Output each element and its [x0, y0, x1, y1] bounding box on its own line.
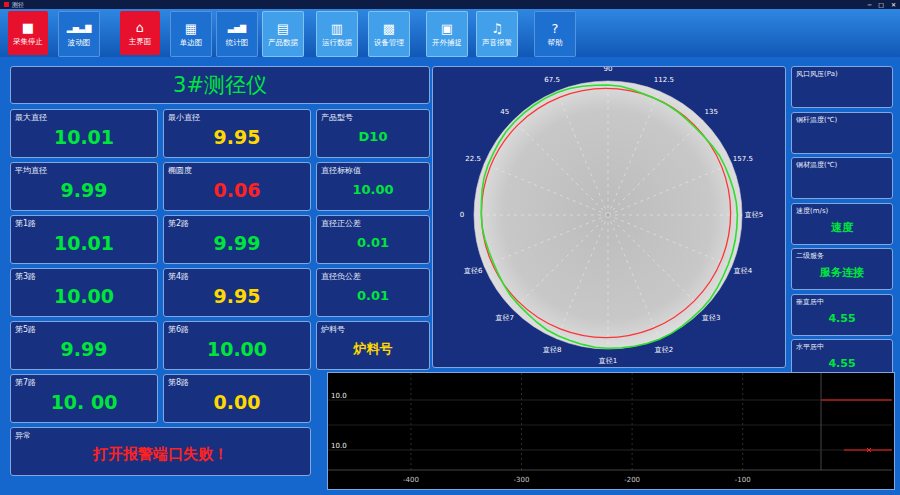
metric-label: 第8路: [168, 377, 189, 388]
waveform-icon: ▂▅▃▇: [67, 21, 92, 37]
x-tick-label: -200: [624, 476, 640, 484]
status-value: 4.55: [828, 312, 855, 325]
toolbar-button-help[interactable]: ?帮助: [534, 11, 576, 57]
alarm-label: 异常: [15, 430, 31, 441]
metric-value: 炉料号: [354, 340, 393, 358]
metric-label: 第4路: [168, 271, 189, 282]
metric-cell: 最小直径9.95: [163, 109, 311, 158]
toolbar-button-device-manage[interactable]: ▩设备管理: [368, 11, 410, 57]
y-axis-label: 10.0: [331, 392, 347, 400]
status-label: 铜杆温度(℃): [796, 115, 837, 125]
metric-value: 9.99: [61, 179, 108, 201]
toolbar-button-panes[interactable]: ▦单边图: [170, 11, 212, 57]
metric-value: 9.95: [214, 126, 261, 148]
y-axis-label: 10.0: [331, 442, 347, 450]
sound-alarm-icon: ♫: [491, 21, 503, 37]
metric-value: 10.01: [54, 232, 114, 254]
status-box: 垂直居中4.55: [791, 294, 893, 336]
status-label: 风口风压(Pa): [796, 69, 838, 79]
status-label: 水平居中: [796, 342, 824, 352]
toolbar: ■采集停止▂▅▃▇波动图⌂主界面▦单边图▃▅▇统计图▤产品数据▥运行数据▩设备管…: [0, 9, 900, 57]
metric-label: 最小直径: [168, 112, 200, 123]
polar-diameter-label: 直径3: [702, 314, 720, 322]
app-icon: [4, 2, 9, 7]
metric-cell: 第1路10.01: [10, 215, 158, 264]
minimize-button[interactable]: ─: [868, 0, 872, 9]
metric-label: 第1路: [15, 218, 36, 229]
metric-label: 直径标称值: [321, 165, 361, 176]
toolbar-button-label: 统计图: [226, 38, 249, 48]
maximize-button[interactable]: □: [878, 0, 884, 9]
metric-value: 10.00: [54, 285, 114, 307]
metric-value: 0.01: [357, 288, 389, 303]
toolbar-button-product-data[interactable]: ▤产品数据: [262, 11, 304, 57]
metric-cell: 平均直径9.99: [10, 162, 158, 211]
toolbar-button-sound-alarm[interactable]: ♫声音报警: [476, 11, 518, 57]
home-icon: ⌂: [136, 20, 144, 36]
status-box: 铜杆温度(℃): [791, 112, 893, 154]
status-box: 二级服务服务连接: [791, 248, 893, 290]
toolbar-button-label: 单边图: [180, 38, 203, 48]
app-window: 测径 ─ □ ✕ ■采集停止▂▅▃▇波动图⌂主界面▦单边图▃▅▇统计图▤产品数据…: [0, 0, 900, 495]
metric-cell: 第2路9.99: [163, 215, 311, 264]
metric-label: 第3路: [15, 271, 36, 282]
polar-angle-label: 0: [460, 211, 464, 219]
toolbar-button-label: 波动图: [68, 38, 91, 48]
stop-icon: ■: [22, 20, 34, 36]
status-value: 4.55: [828, 357, 855, 370]
polar-diameter-label: 直径5: [745, 211, 763, 219]
metric-cell: 第5路9.99: [10, 321, 158, 370]
polar-angle-label: 90: [604, 67, 613, 73]
metric-value: 10.01: [54, 126, 114, 148]
metric-cell: 直径正公差0.01: [316, 215, 430, 264]
metric-cell: 第8路0.00: [163, 374, 311, 423]
toolbar-button-label: 声音报警: [482, 38, 512, 48]
toolbar-button-run-data[interactable]: ▥运行数据: [316, 11, 358, 57]
x-tick-label: -100: [735, 476, 751, 484]
metric-value: 10.00: [207, 338, 267, 360]
polar-chart: 022.54567.590112.5135157.5直径1直径2直径3直径4直径…: [433, 67, 783, 365]
window-controls: ─ □ ✕: [868, 0, 896, 9]
metric-label: 平均直径: [15, 165, 47, 176]
toolbar-button-home[interactable]: ⌂主界面: [120, 11, 160, 55]
toolbar-button-label: 产品数据: [268, 38, 298, 48]
close-button[interactable]: ✕: [891, 0, 896, 9]
toolbar-button-waveform[interactable]: ▂▅▃▇波动图: [58, 11, 100, 57]
metric-cell: 椭圆度0.06: [163, 162, 311, 211]
gauge-title: 3#测径仪: [10, 66, 430, 104]
metric-value: 10.00: [352, 182, 393, 197]
x-tick-label: -400: [403, 476, 419, 484]
toolbar-button-barchart[interactable]: ▃▅▇统计图: [216, 11, 258, 57]
polar-diameter-label: 直径7: [496, 314, 514, 322]
polar-angle-label: 135: [705, 108, 718, 116]
center-dot: [606, 213, 610, 217]
metric-label: 第5路: [15, 324, 36, 335]
toolbar-button-label: 帮助: [548, 38, 563, 48]
metric-cell: 第4路9.95: [163, 268, 311, 317]
device-manage-icon: ▩: [383, 21, 395, 37]
x-tick-label: -300: [514, 476, 530, 484]
metric-value: 9.99: [61, 338, 108, 360]
metric-cell: 直径标称值10.00: [316, 162, 430, 211]
polar-chart-panel: 022.54567.590112.5135157.5直径1直径2直径3直径4直径…: [432, 66, 786, 368]
status-box: 速度(m/s)速度: [791, 203, 893, 245]
window-title: 测径: [12, 0, 24, 9]
metric-label: 直径负公差: [321, 271, 361, 282]
barchart-icon: ▃▅▇: [228, 21, 246, 37]
polar-angle-label: 67.5: [544, 76, 560, 84]
toolbar-button-label: 主界面: [129, 37, 152, 47]
run-data-icon: ▥: [331, 21, 343, 37]
polar-angle-label: 22.5: [465, 155, 481, 163]
polar-diameter-label: 直径4: [734, 267, 753, 275]
help-icon: ?: [552, 21, 559, 37]
metric-label: 椭圆度: [168, 165, 192, 176]
metric-label: 第7路: [15, 377, 36, 388]
toolbar-button-stop[interactable]: ■采集停止: [8, 11, 48, 55]
polar-angle-label: 112.5: [654, 76, 674, 84]
toolbar-button-capture[interactable]: ▣开外捕捉: [426, 11, 468, 57]
metric-cell: 炉料号炉料号: [316, 321, 430, 370]
metric-cell: 第6路10.00: [163, 321, 311, 370]
polar-angle-label: 45: [500, 108, 509, 116]
metric-label: 第6路: [168, 324, 189, 335]
metric-label: 第2路: [168, 218, 189, 229]
